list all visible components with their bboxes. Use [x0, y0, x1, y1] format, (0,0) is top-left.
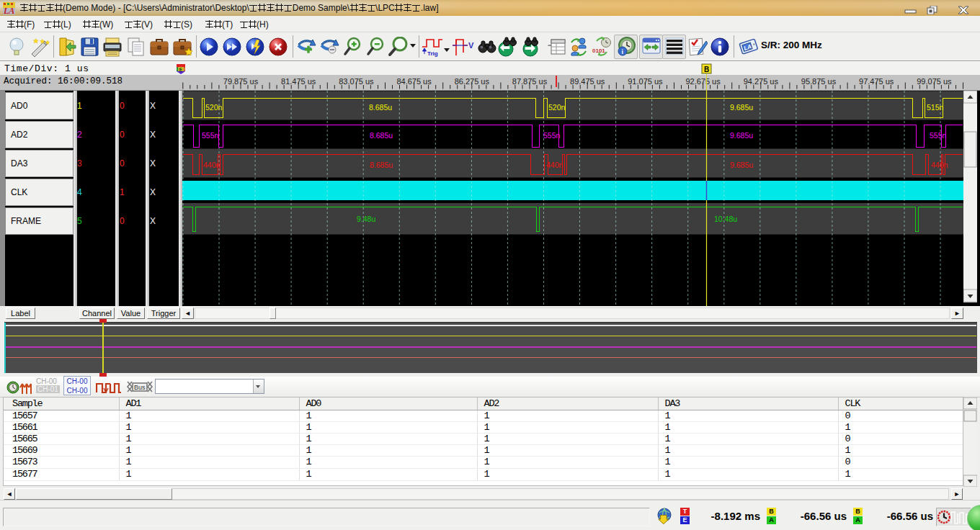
svg-text:84.675 us: 84.675 us	[396, 77, 432, 86]
svg-text:95.875 us: 95.875 us	[801, 77, 837, 86]
svg-text:97.475 us: 97.475 us	[859, 77, 894, 86]
svg-text:555n: 555n	[930, 131, 947, 140]
svg-text:8.685u: 8.685u	[369, 103, 392, 112]
svg-text:10.48u: 10.48u	[714, 215, 737, 223]
svg-text:99.075 us: 99.075 us	[917, 77, 952, 86]
svg-text:520n: 520n	[205, 103, 223, 112]
svg-text:LA: LA	[3, 6, 14, 14]
svg-text:515n: 515n	[927, 103, 944, 112]
svg-text:8.685u: 8.685u	[370, 131, 393, 140]
svg-text:9.48u: 9.48u	[357, 215, 375, 223]
svg-text:87.875 us: 87.875 us	[512, 77, 548, 86]
svg-text:83.075 us: 83.075 us	[339, 77, 374, 86]
svg-text:86.275 us: 86.275 us	[455, 77, 490, 86]
svg-text:9.685u: 9.685u	[730, 103, 753, 112]
svg-text:520n: 520n	[548, 103, 566, 112]
svg-text:i: i	[622, 48, 624, 55]
svg-text:E: E	[179, 66, 183, 73]
svg-text:440n: 440n	[546, 161, 564, 169]
svg-text:555n: 555n	[543, 131, 561, 140]
svg-text:0101: 0101	[592, 48, 605, 54]
svg-text:81.475 us: 81.475 us	[281, 77, 316, 86]
svg-text:Bus: Bus	[134, 384, 146, 391]
svg-text:92.675 us: 92.675 us	[685, 77, 721, 86]
svg-text:94.275 us: 94.275 us	[744, 77, 779, 86]
svg-text:555n: 555n	[202, 131, 219, 140]
svg-text:V: V	[468, 41, 474, 50]
svg-text:B: B	[704, 66, 709, 73]
svg-text:9.685u: 9.685u	[730, 131, 753, 140]
svg-text:440n: 440n	[931, 161, 948, 169]
svg-text:79.875 us: 79.875 us	[223, 77, 259, 86]
svg-text:91.075 us: 91.075 us	[628, 77, 663, 86]
svg-text:9.685u: 9.685u	[730, 161, 753, 169]
svg-text:440n: 440n	[203, 161, 220, 169]
svg-text:89.475 us: 89.475 us	[570, 77, 605, 86]
svg-text:8.685u: 8.685u	[370, 161, 393, 169]
svg-text:Trig: Trig	[427, 50, 438, 57]
